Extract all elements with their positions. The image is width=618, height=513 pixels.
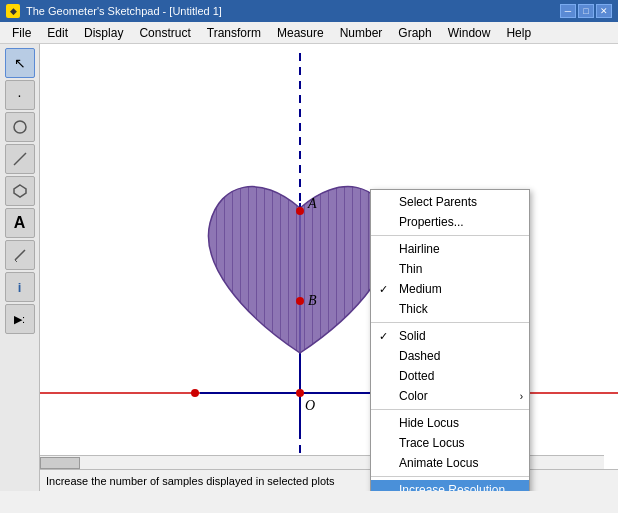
canvas-area[interactable]: A B O Select Parents Properties... Hairl… — [40, 44, 618, 491]
menu-display[interactable]: Display — [76, 22, 131, 43]
svg-point-6 — [191, 389, 199, 397]
title-bar-title: The Geometer's Sketchpad - [Untitled 1] — [26, 5, 554, 17]
svg-text:A: A — [307, 196, 317, 211]
close-button[interactable]: ✕ — [596, 4, 612, 18]
line-tool[interactable] — [5, 144, 35, 174]
ctx-increase-resolution-label: Increase Resolution — [399, 483, 505, 491]
app-icon: ◆ — [6, 4, 20, 18]
ctx-sep-1 — [371, 235, 529, 236]
svg-point-14 — [296, 297, 304, 305]
ctx-dashed-label: Dashed — [399, 349, 440, 363]
ctx-thick-label: Thick — [399, 302, 428, 316]
ctx-color-label: Color — [399, 389, 428, 403]
menu-file[interactable]: File — [4, 22, 39, 43]
ctx-sep-3 — [371, 409, 529, 410]
compass-tool[interactable] — [5, 112, 35, 142]
ctx-properties[interactable]: Properties... — [371, 212, 529, 232]
title-bar: ◆ The Geometer's Sketchpad - [Untitled 1… — [0, 0, 618, 22]
ctx-hairline[interactable]: Hairline — [371, 239, 529, 259]
ctx-color-arrow: › — [520, 391, 523, 402]
menu-construct[interactable]: Construct — [131, 22, 198, 43]
ctx-increase-resolution[interactable]: Increase Resolution — [371, 480, 529, 491]
ctx-hide-locus[interactable]: Hide Locus — [371, 413, 529, 433]
ctx-animate-locus-label: Animate Locus — [399, 456, 478, 470]
svg-point-12 — [296, 207, 304, 215]
maximize-button[interactable]: □ — [578, 4, 594, 18]
drawing-canvas: A B O — [40, 44, 618, 491]
minimize-button[interactable]: ─ — [560, 4, 576, 18]
ctx-thick[interactable]: Thick — [371, 299, 529, 319]
svg-line-3 — [15, 250, 25, 260]
ctx-solid[interactable]: ✓ Solid — [371, 326, 529, 346]
ctx-animate-locus[interactable]: Animate Locus — [371, 453, 529, 473]
ctx-medium-check: ✓ — [379, 283, 388, 296]
h-scrollbar-thumb[interactable] — [40, 457, 80, 469]
status-text: Increase the number of samples displayed… — [46, 475, 335, 487]
svg-line-1 — [14, 153, 26, 165]
menu-transform[interactable]: Transform — [199, 22, 269, 43]
ctx-hairline-label: Hairline — [399, 242, 440, 256]
ctx-trace-locus[interactable]: Trace Locus — [371, 433, 529, 453]
select-tool[interactable]: ↖ — [5, 48, 35, 78]
menu-number[interactable]: Number — [332, 22, 391, 43]
menu-bar: File Edit Display Construct Transform Me… — [0, 22, 618, 44]
svg-line-4 — [15, 260, 17, 262]
pencil-tool[interactable] — [5, 240, 35, 270]
ctx-properties-label: Properties... — [399, 215, 464, 229]
ctx-color[interactable]: Color › — [371, 386, 529, 406]
svg-point-0 — [14, 121, 26, 133]
ctx-trace-locus-label: Trace Locus — [399, 436, 465, 450]
status-bar: Increase the number of samples displayed… — [40, 469, 618, 491]
ctx-thin-label: Thin — [399, 262, 422, 276]
svg-marker-2 — [14, 185, 26, 197]
menu-measure[interactable]: Measure — [269, 22, 332, 43]
menu-graph[interactable]: Graph — [390, 22, 439, 43]
ctx-hide-locus-label: Hide Locus — [399, 416, 459, 430]
ctx-medium-label: Medium — [399, 282, 442, 296]
ctx-dotted[interactable]: Dotted — [371, 366, 529, 386]
window-controls: ─ □ ✕ — [560, 4, 612, 18]
point-tool[interactable]: · — [5, 80, 35, 110]
ctx-dotted-label: Dotted — [399, 369, 434, 383]
main-area: ↖ · A i ▶: — [0, 44, 618, 491]
animation-tool[interactable]: ▶: — [5, 304, 35, 334]
menu-help[interactable]: Help — [498, 22, 539, 43]
ctx-solid-label: Solid — [399, 329, 426, 343]
ctx-medium[interactable]: ✓ Medium — [371, 279, 529, 299]
ctx-select-parents[interactable]: Select Parents — [371, 192, 529, 212]
ctx-dashed[interactable]: Dashed — [371, 346, 529, 366]
menu-window[interactable]: Window — [440, 22, 499, 43]
ctx-thin[interactable]: Thin — [371, 259, 529, 279]
polygon-tool[interactable] — [5, 176, 35, 206]
menu-edit[interactable]: Edit — [39, 22, 76, 43]
text-tool[interactable]: A — [5, 208, 35, 238]
context-menu: Select Parents Properties... Hairline Th… — [370, 189, 530, 491]
toolbar: ↖ · A i ▶: — [0, 44, 40, 491]
ctx-select-parents-label: Select Parents — [399, 195, 477, 209]
svg-text:O: O — [305, 398, 315, 413]
svg-text:B: B — [308, 293, 317, 308]
ctx-sep-4 — [371, 476, 529, 477]
ctx-solid-check: ✓ — [379, 330, 388, 343]
info-tool[interactable]: i — [5, 272, 35, 302]
ctx-sep-2 — [371, 322, 529, 323]
svg-point-16 — [296, 389, 304, 397]
